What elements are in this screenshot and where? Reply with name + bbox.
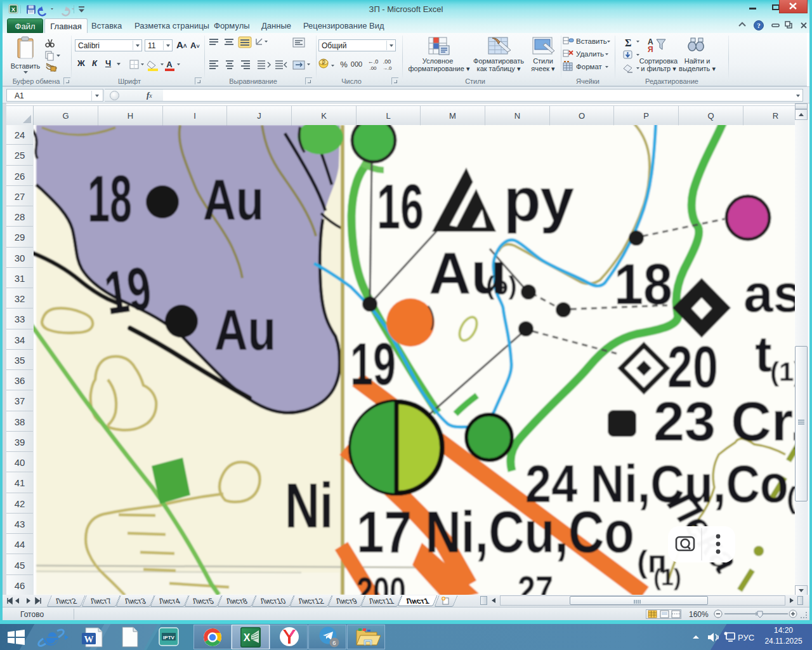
svg-text:ру: ру (504, 166, 574, 234)
svg-text:и фильтр ▾: и фильтр ▾ (641, 65, 676, 72)
svg-text:ячеек ▾: ячеек ▾ (531, 65, 555, 72)
svg-text:W: W (84, 634, 94, 644)
svg-text:27: 27 (518, 567, 553, 595)
svg-text:←.0: ←.0 (368, 58, 379, 65)
svg-text:(1): (1) (653, 564, 681, 590)
svg-text:Формат: Формат (576, 63, 603, 70)
svg-text:16: 16 (377, 171, 424, 242)
svg-text:как таблицу ▾: как таблицу ▾ (477, 65, 521, 72)
svg-text:(с: (с (787, 481, 795, 514)
svg-text:?: ? (757, 22, 761, 29)
svg-text:Вставить: Вставить (11, 62, 41, 70)
svg-text:А: А (166, 60, 173, 69)
svg-text:Au: Au (203, 168, 264, 232)
svg-text:.00: .00 (369, 65, 377, 71)
svg-text:18: 18 (88, 162, 132, 235)
svg-text:Удалить: Удалить (576, 50, 604, 58)
svg-text:6: 6 (332, 639, 336, 646)
svg-text:Au: Au (214, 298, 276, 362)
svg-text:(э): (э) (486, 272, 517, 300)
svg-text:Я: Я (648, 45, 653, 54)
svg-text:19: 19 (350, 330, 396, 397)
svg-text:Условное: Условное (422, 57, 454, 65)
svg-text:000: 000 (351, 60, 362, 68)
svg-text:t: t (755, 326, 772, 382)
svg-text:X: X (11, 6, 16, 13)
svg-text:17 Ni,Cu,Co: 17 Ni,Cu,Co (357, 500, 634, 564)
svg-text:форматирование ▾: форматирование ▾ (409, 65, 470, 72)
svg-text:200: 200 (357, 569, 406, 595)
svg-text:Найти и: Найти и (684, 57, 710, 65)
svg-text:X: X (244, 632, 251, 643)
svg-text:Сортировка: Сортировка (639, 57, 678, 65)
svg-text:as: as (743, 263, 795, 323)
svg-text:%: % (340, 60, 348, 69)
svg-text:.00: .00 (383, 58, 391, 65)
svg-text:18: 18 (614, 253, 672, 316)
svg-text:23 Cr,с: 23 Cr,с (653, 390, 795, 453)
svg-text:Σ: Σ (625, 37, 631, 48)
svg-text:→.0: →.0 (383, 65, 392, 71)
svg-text:IPTV: IPTV (163, 635, 174, 640)
svg-text:Форматировать: Форматировать (473, 57, 524, 65)
svg-text:Ni: Ni (285, 470, 333, 541)
svg-text:(1): (1) (770, 357, 795, 387)
svg-text:19: 19 (101, 253, 155, 327)
svg-text:₽: ₽ (322, 60, 325, 66)
svg-text:Вставить: Вставить (576, 37, 607, 45)
svg-text:выделить ▾: выделить ▾ (679, 65, 716, 72)
svg-text:Стили: Стили (533, 57, 553, 65)
